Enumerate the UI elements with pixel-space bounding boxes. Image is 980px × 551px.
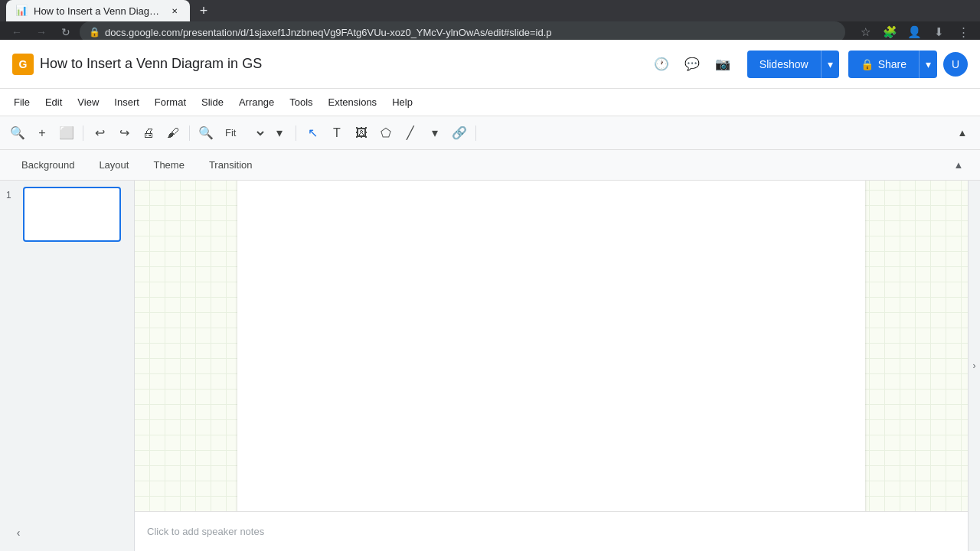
image-button[interactable]: 🖼 xyxy=(350,122,373,145)
line-button[interactable]: ╱ xyxy=(399,122,422,145)
select-button[interactable]: ⬜ xyxy=(55,122,78,145)
slideshow-group: Slideshow ▾ xyxy=(747,51,839,78)
slide-canvas-area[interactable] xyxy=(135,181,968,511)
share-group: 🔒 Share ▾ xyxy=(848,51,937,78)
slide-canvas-wrapper xyxy=(237,181,865,511)
search-button[interactable]: 🔍 xyxy=(6,122,29,145)
share-button[interactable]: 🔒 Share xyxy=(848,51,919,78)
line-dropdown[interactable]: ▾ xyxy=(423,122,446,145)
menu-extensions[interactable]: Extensions xyxy=(321,93,385,111)
print-button[interactable]: 🖨 xyxy=(137,122,160,145)
right-panel-toggle-icon: › xyxy=(973,360,976,371)
slide-thumbnail-1[interactable] xyxy=(23,187,121,242)
menu-view[interactable]: View xyxy=(70,93,106,111)
browser-chrome: 📊 How to Insert a Venn Diagram ✕ + ← → ↻… xyxy=(0,0,980,40)
slide-canvas[interactable] xyxy=(237,181,865,511)
menu-file[interactable]: File xyxy=(6,93,38,111)
text-button[interactable]: T xyxy=(325,122,348,145)
slideshow-button[interactable]: Slideshow xyxy=(747,51,821,78)
tab-close-button[interactable]: ✕ xyxy=(168,5,181,17)
toolbar-separator-4 xyxy=(475,126,476,141)
toolbar: 🔍 + ⬜ ↩ ↪ 🖨 🖌 🔍 Fit 50% 75% 100% 125% 15… xyxy=(0,116,980,150)
meet-button[interactable]: 📷 xyxy=(710,52,735,77)
shape-button[interactable]: ⬠ xyxy=(374,122,397,145)
menu-insert[interactable]: Insert xyxy=(106,93,147,111)
notes-placeholder: Click to add speaker notes xyxy=(147,526,264,537)
cursor-button[interactable]: ↖ xyxy=(301,122,324,145)
toolbar-separator-3 xyxy=(296,126,296,141)
toolbar-separator-2 xyxy=(189,126,190,141)
link-button[interactable]: 🔗 xyxy=(448,122,471,145)
panel-toggle-button[interactable]: ‹ xyxy=(9,523,28,542)
background-button[interactable]: Background xyxy=(12,156,83,174)
browser-tab-active[interactable]: 📊 How to Insert a Venn Diagram ✕ xyxy=(6,0,190,21)
tab-title: How to Insert a Venn Diagram xyxy=(34,5,162,17)
theme-button[interactable]: Theme xyxy=(144,156,193,174)
app-header: G How to Insert a Venn Diagram in GS 🕐 💬… xyxy=(0,40,980,89)
menu-help[interactable]: Help xyxy=(384,93,420,111)
slide-panel: 1 ‹ xyxy=(0,181,135,551)
menu-format[interactable]: Format xyxy=(147,93,194,111)
collapse-slide-toolbar-button[interactable]: ▲ xyxy=(949,156,968,174)
menu-edit[interactable]: Edit xyxy=(38,93,70,111)
main-slide-area: Click to add speaker notes xyxy=(135,181,968,551)
menu-slide[interactable]: Slide xyxy=(194,93,231,111)
address-text: docs.google.com/presentation/d/1sjaxef1J… xyxy=(105,27,836,38)
layout-button[interactable]: Layout xyxy=(90,156,138,174)
menu-arrange[interactable]: Arrange xyxy=(231,93,282,111)
share-lock-icon: 🔒 xyxy=(861,58,874,70)
app-logo: G xyxy=(12,54,34,75)
paintformat-button[interactable]: 🖌 xyxy=(162,122,185,145)
share-dropdown-button[interactable]: ▾ xyxy=(919,51,937,78)
collapse-toolbar-button[interactable]: ▲ xyxy=(951,122,974,145)
avatar[interactable]: U xyxy=(943,52,968,77)
tab-favicon: 📊 xyxy=(15,5,28,17)
app-title[interactable]: How to Insert a Venn Diagram in GS xyxy=(40,56,643,72)
zoom-select[interactable]: Fit 50% 75% 100% 125% 150% xyxy=(219,122,266,144)
toolbar-separator-1 xyxy=(83,126,83,141)
slide-panel-spacer xyxy=(6,245,128,517)
header-actions: 🕐 💬 📷 Slideshow ▾ 🔒 Share ▾ U xyxy=(649,51,968,78)
notes-area[interactable]: Click to add speaker notes xyxy=(135,511,968,551)
zoom-dropdown-button[interactable]: ▾ xyxy=(268,122,291,145)
slide-toolbar: Background Layout Theme Transition ▲ xyxy=(0,150,980,181)
app-logo-letter: G xyxy=(19,58,28,70)
slide-number-1: 1 xyxy=(6,190,17,201)
slide-panel-bottom: ‹ xyxy=(6,520,128,545)
undo-button[interactable]: ↩ xyxy=(88,122,111,145)
browser-tabs: 📊 How to Insert a Venn Diagram ✕ + xyxy=(0,0,980,21)
slideshow-dropdown-button[interactable]: ▾ xyxy=(821,51,839,78)
add-button[interactable]: + xyxy=(31,122,54,145)
menu-tools[interactable]: Tools xyxy=(282,93,320,111)
redo-button[interactable]: ↪ xyxy=(113,122,136,145)
history-button[interactable]: 🕐 xyxy=(649,52,674,77)
lock-icon: 🔒 xyxy=(89,27,100,37)
slide-thumbnail-item-1: 1 xyxy=(6,187,128,242)
workspace: 1 ‹ Click to add speaker notes › xyxy=(0,181,980,551)
transition-button[interactable]: Transition xyxy=(200,156,262,174)
share-label: Share xyxy=(878,58,906,70)
right-panel-toggle[interactable]: › xyxy=(968,181,980,551)
zoom-in-button[interactable]: 🔍 xyxy=(194,122,217,145)
app-container: G How to Insert a Venn Diagram in GS 🕐 💬… xyxy=(0,40,980,551)
new-tab-button[interactable]: + xyxy=(193,0,214,21)
menu-bar: File Edit View Insert Format Slide Arran… xyxy=(0,89,980,116)
comment-button[interactable]: 💬 xyxy=(680,52,704,77)
